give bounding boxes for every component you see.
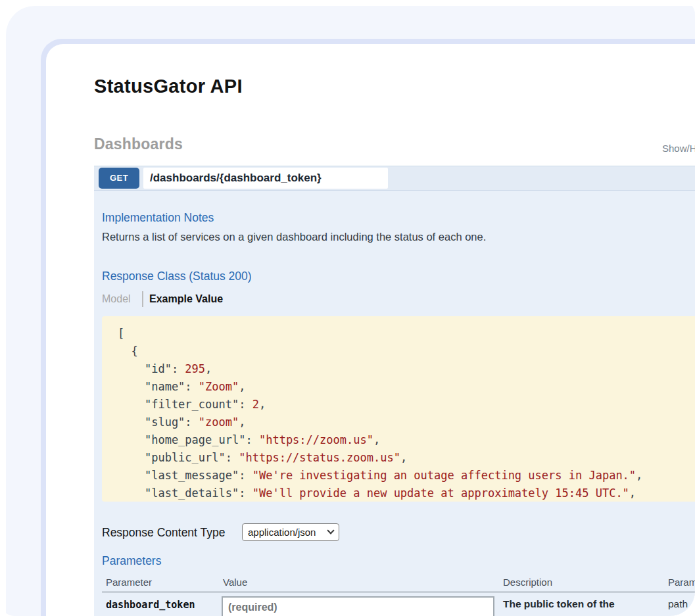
code-line: "home_page_url": "https://zoom.us", [118,431,695,449]
code-line: "last_message": "We're investigating an … [118,467,695,485]
tab-example-value[interactable]: Example Value [149,293,223,305]
response-class-heading: Response Class (Status 200) [102,270,252,283]
code-line: { [118,343,695,360]
code-line: "name": "Zoom", [118,378,695,396]
code-line: "slug": "zoom", [118,414,695,431]
code-line: "filter_count": 2, [118,396,695,414]
response-content-type-label: Response Content Type [102,526,225,540]
column-header-value: Value [223,577,247,588]
implementation-notes-text: Returns a list of services on a given da… [102,231,486,243]
parameter-description: The public token of the [503,598,615,610]
api-docs-page: StatusGator API Dashboards Show/Hide GET… [0,0,695,616]
parameter-type-value: path [668,598,688,610]
table-header-divider [102,592,695,592]
resource-heading-dashboards: Dashboards [94,135,183,153]
response-content-type-value: application/json [248,527,316,538]
code-line: [ [118,325,695,343]
parameter-value-input[interactable] [222,596,494,616]
show-hide-link[interactable]: Show/Hide [662,143,695,154]
column-header-parameter: Parameter [106,577,152,588]
implementation-notes-heading: Implementation Notes [102,211,214,225]
example-json-block: [ { "id": 295, "name": "Zoom", "filter_c… [102,316,695,502]
page-title: StatusGator API [94,76,243,97]
chevron-down-icon [327,527,334,534]
code-line: "public_url": "https://status.zoom.us", [118,449,695,467]
column-header-description: Description [503,577,552,588]
response-content-type-select[interactable]: application/json [242,523,339,541]
parameter-name: dashboard_token [106,599,195,611]
parameters-heading: Parameters [102,554,161,568]
tab-model[interactable]: Model [102,293,131,305]
code-line: "last_details": "We'll provide a new upd… [118,485,695,502]
tab-separator [142,291,143,307]
code-line: "id": 295, [118,360,695,378]
endpoint-path-link[interactable]: /dashboards/{dashboard_token} [143,168,388,189]
column-header-parameter-type: Parameter Type [668,577,695,588]
http-method-get-button[interactable]: GET [99,168,139,189]
